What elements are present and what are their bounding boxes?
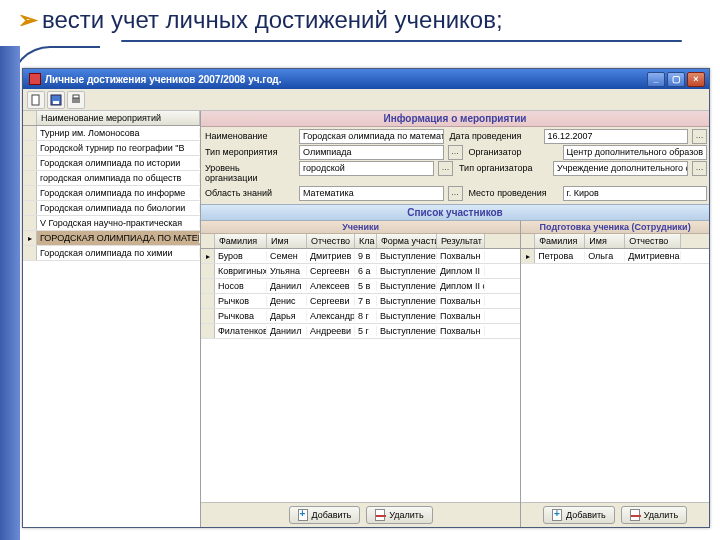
field-lookup-button[interactable]: …: [692, 161, 707, 176]
field-value[interactable]: Городская олимпиада по математике: [299, 129, 444, 144]
event-row[interactable]: Городская олимпиада по биологии: [23, 201, 200, 216]
toolbar-save-icon[interactable]: [47, 91, 65, 109]
col-header[interactable]: Результат: [437, 234, 485, 248]
cell: Ульяна: [267, 266, 307, 276]
toolbar-new-icon[interactable]: [27, 91, 45, 109]
event-row[interactable]: городская олимпиада по обществ: [23, 171, 200, 186]
delete-icon: [375, 509, 385, 521]
delete-label: Удалить: [644, 510, 678, 520]
students-grid[interactable]: ▸БуровСеменДмитриев9 вВыступлениеПохваль…: [201, 249, 520, 502]
table-row[interactable]: КовригиныхУльянаСергеевн6 аВыступлениеДи…: [201, 264, 520, 279]
event-name-cell: Городская олимпиада по химии: [37, 248, 200, 258]
staff-grid-header: ФамилияИмяОтчество: [521, 234, 709, 249]
row-indicator: [23, 246, 37, 260]
cell: Дмитриев: [307, 251, 355, 261]
staff-pane: Подготовка ученика (Сотрудники) ФамилияИ…: [521, 221, 709, 527]
row-indicator: [201, 294, 215, 308]
row-indicator: [23, 156, 37, 170]
event-row[interactable]: Городская олимпиада по химии: [23, 246, 200, 261]
table-row[interactable]: НосовДаниилАлексеев5 вВыступлениеДиплом …: [201, 279, 520, 294]
cell: Даниил: [267, 326, 307, 336]
cell: 8 г: [355, 311, 377, 321]
col-header[interactable]: Отчество: [625, 234, 681, 248]
cell: Носов: [215, 281, 267, 291]
field-value[interactable]: Олимпиада: [299, 145, 444, 160]
col-header[interactable]: Отчество: [307, 234, 355, 248]
table-row[interactable]: ▸БуровСеменДмитриев9 вВыступлениеПохваль…: [201, 249, 520, 264]
cell: Александр: [307, 311, 355, 321]
event-row[interactable]: V Городская научно-практическая: [23, 216, 200, 231]
table-row[interactable]: РычковаДарьяАлександр8 гВыступлениеПохва…: [201, 309, 520, 324]
staff-add-button[interactable]: Добавить: [543, 506, 615, 524]
cell: Похвальн: [437, 251, 485, 261]
students-delete-button[interactable]: Удалить: [366, 506, 432, 524]
svg-rect-4: [73, 95, 79, 98]
cell: Филатенков: [215, 326, 267, 336]
cell: 5 г: [355, 326, 377, 336]
field-lookup-button[interactable]: …: [692, 129, 707, 144]
event-row[interactable]: Турнир им. Ломоносова: [23, 126, 200, 141]
info-header: Информация о мероприятии: [201, 111, 709, 127]
cell: Андрееви: [307, 326, 355, 336]
field-value[interactable]: Математика: [299, 186, 444, 201]
staff-grid[interactable]: ▸ПетроваОльгаДмитриевна: [521, 249, 709, 502]
table-row[interactable]: ФилатенковДаниилАндрееви5 гВыступлениеПо…: [201, 324, 520, 339]
event-name-cell: Турнир им. Ломоносова: [37, 128, 200, 138]
event-row[interactable]: Городская олимпиада по информе: [23, 186, 200, 201]
cell: Выступление: [377, 266, 437, 276]
field-value[interactable]: Центр дополнительного образов: [563, 145, 708, 160]
events-header[interactable]: Наименование мероприятий: [37, 111, 200, 125]
cell: Алексеев: [307, 281, 355, 291]
col-header[interactable]: Имя: [585, 234, 625, 248]
cell: 6 а: [355, 266, 377, 276]
field-label: Место проведения: [467, 186, 559, 201]
field-value[interactable]: Учреждение дополнительного обр: [553, 161, 688, 176]
field-lookup-button[interactable]: …: [438, 161, 453, 176]
table-row[interactable]: РычковДенисСергееви7 вВыступлениеПохваль…: [201, 294, 520, 309]
event-row[interactable]: Городская олимпиада по истории: [23, 156, 200, 171]
col-header[interactable]: Форма участия: [377, 234, 437, 248]
toolbar-print-icon[interactable]: [67, 91, 85, 109]
col-header[interactable]: Фамилия: [215, 234, 267, 248]
field-label: Тип организатора: [457, 161, 549, 185]
row-indicator: [23, 171, 37, 185]
minimize-button[interactable]: _: [647, 72, 665, 87]
students-subheader: Ученики: [201, 221, 520, 234]
field-value[interactable]: 16.12.2007: [544, 129, 689, 144]
cell: Похвальн: [437, 296, 485, 306]
maximize-button[interactable]: ▢: [667, 72, 685, 87]
field-lookup-button[interactable]: …: [448, 186, 463, 201]
cell: Выступление: [377, 311, 437, 321]
row-indicator: [23, 216, 37, 230]
cell: 7 в: [355, 296, 377, 306]
field-lookup-button[interactable]: …: [448, 145, 463, 160]
field-value[interactable]: городской: [299, 161, 434, 176]
cell: Ольга: [585, 251, 625, 261]
staff-delete-button[interactable]: Удалить: [621, 506, 687, 524]
delete-label: Удалить: [389, 510, 423, 520]
add-icon: [552, 509, 562, 521]
field-label: Наименование: [203, 129, 295, 144]
event-row[interactable]: Городской турнир по географии "В: [23, 141, 200, 156]
event-row[interactable]: ▸ГОРОДСКАЯ ОЛИМПИАДА ПО МАТЕМА: [23, 231, 200, 246]
cell: Диплом II с: [437, 281, 485, 291]
close-button[interactable]: ×: [687, 72, 705, 87]
chevron-icon: ➢: [18, 6, 38, 34]
students-grid-header: ФамилияИмяОтчествоКлаФорма участияРезуль…: [201, 234, 520, 249]
staff-subheader: Подготовка ученика (Сотрудники): [521, 221, 709, 234]
col-header[interactable]: Кла: [355, 234, 377, 248]
cell: 9 в: [355, 251, 377, 261]
col-header[interactable]: Фамилия: [535, 234, 585, 248]
event-name-cell: Городская олимпиада по истории: [37, 158, 200, 168]
students-add-button[interactable]: Добавить: [289, 506, 361, 524]
delete-icon: [630, 509, 640, 521]
events-empty: [23, 327, 200, 528]
title-underline: [121, 40, 682, 42]
table-row[interactable]: ▸ПетроваОльгаДмитриевна: [521, 249, 709, 264]
event-name-cell: городская олимпиада по обществ: [37, 173, 200, 183]
events-grid[interactable]: Турнир им. ЛомоносоваГородской турнир по…: [23, 126, 200, 327]
col-header[interactable]: Имя: [267, 234, 307, 248]
app-icon: [29, 73, 41, 85]
field-value[interactable]: г. Киров: [563, 186, 708, 201]
window-titlebar[interactable]: Личные достижения учеников 2007/2008 уч.…: [23, 69, 709, 89]
